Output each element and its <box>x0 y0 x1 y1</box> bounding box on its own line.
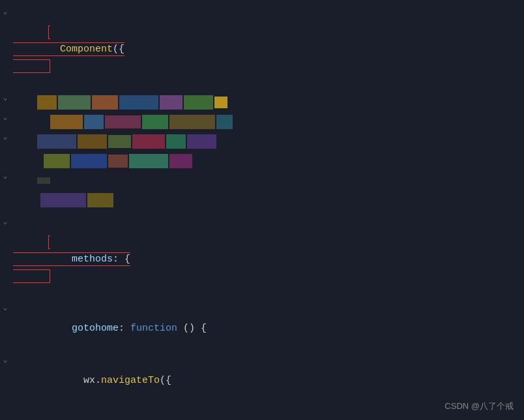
token-nav-brace: ({ <box>160 375 171 386</box>
blurred-line-7: ⌄ <box>0 190 36 210</box>
blurred-line-5: ⌄ <box>0 151 36 171</box>
chevron-3[interactable]: ⌄ <box>0 113 10 121</box>
blurred-line-2: ⌄ <box>0 93 36 112</box>
line-content-navigate: wx.navigateTo({ <box>10 355 524 406</box>
token-colon-brace: : { <box>113 254 130 265</box>
code-line-1: ⌄ Component({ <box>0 7 524 93</box>
blurred-line-6: ⌄ <box>0 171 36 190</box>
chevron-1[interactable]: ⌄ <box>0 7 10 16</box>
line-content-methods: methods: { <box>10 217 524 302</box>
chevron-navigate[interactable]: ⌄ <box>0 355 10 364</box>
chevron-2[interactable]: ⌄ <box>0 93 10 102</box>
chevron-4[interactable]: ⌄ <box>0 132 10 141</box>
token-indent-nav <box>48 375 83 386</box>
code-editor: ⌄ Component({ ⌄ ⌄ ⌄ ⌄ ⌄ <box>0 0 524 420</box>
token-navigateto: navigateTo <box>101 375 160 386</box>
line-content-1: Component({ <box>10 7 524 92</box>
token-brace-open: ({ <box>113 44 124 55</box>
token-dot: . <box>95 375 101 386</box>
blurred-code-image <box>36 93 323 217</box>
watermark: CSDN @八了个戒 <box>444 400 514 412</box>
token-function-kw: function <box>130 323 177 334</box>
line-content-gotohome: gotohome: function () { <box>10 303 524 354</box>
token-colon-gotohome: : <box>119 323 130 334</box>
blurred-region: ⌄ ⌄ ⌄ ⌄ ⌄ ⌄ <box>0 93 524 217</box>
token-function-params: () { <box>177 323 207 334</box>
highlight-box-methods: methods: { <box>13 235 130 283</box>
blurred-line-4: ⌄ <box>0 132 36 151</box>
chevron-gotohome[interactable]: ⌄ <box>0 303 10 312</box>
code-line-gotohome: ⌄ gotohome: function () { <box>0 303 524 355</box>
blurred-chevrons: ⌄ ⌄ ⌄ ⌄ ⌄ ⌄ <box>0 93 36 217</box>
token-space-methods <box>60 254 72 265</box>
token-component: Component <box>60 44 113 55</box>
highlight-box-1: Component({ <box>13 25 124 73</box>
token-indent-gotohome <box>48 323 72 334</box>
code-line-navigate: ⌄ wx.navigateTo({ <box>0 355 524 407</box>
code-line-methods: ⌄ methods: { <box>0 217 524 303</box>
token-gotohome: gotohome <box>72 323 119 334</box>
blurred-line-3: ⌄ <box>0 112 36 132</box>
token-methods: methods <box>72 254 113 265</box>
chevron-6[interactable]: ⌄ <box>0 172 10 180</box>
chevron-methods[interactable]: ⌄ <box>0 217 10 226</box>
token-wx: wx <box>83 375 95 386</box>
